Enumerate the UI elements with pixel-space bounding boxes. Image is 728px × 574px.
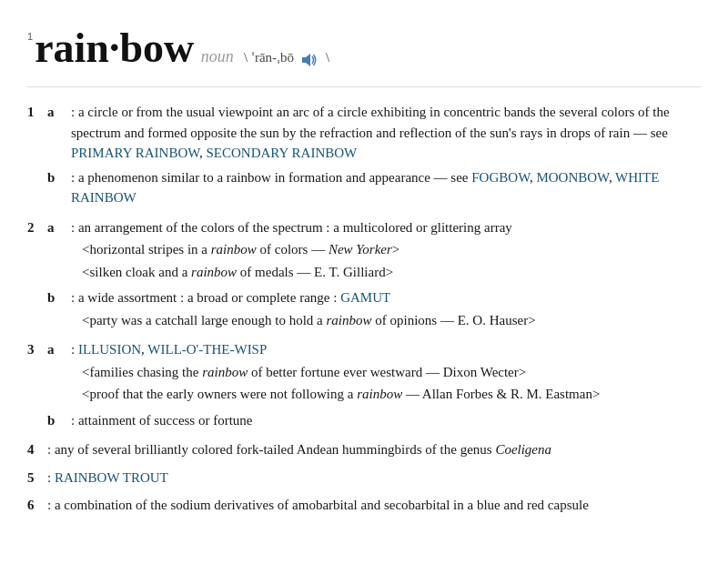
sense-1a-text: : a circle or from the usual viewpoint a…: [71, 102, 701, 164]
sense-1b-text: : a phenomenon similar to a rainbow in f…: [71, 167, 701, 208]
example-3a-1: <families chasing the rainbow of better …: [82, 362, 701, 383]
num-3: 3: [27, 339, 44, 360]
num-2: 2: [27, 217, 44, 238]
pronunciation-block: \ ˈrān-ˌbō \: [240, 50, 329, 65]
def-entry-4: 4 : any of several brilliantly colored f…: [27, 439, 701, 460]
sense-6-text: : a combination of the sodium derivative…: [47, 495, 701, 516]
xref-moonbow[interactable]: MOONBOW: [536, 170, 608, 185]
xref-illusion[interactable]: ILLUSION: [78, 342, 141, 357]
xref-secondary-rainbow[interactable]: SECONDARY RAINBOW: [207, 146, 358, 160]
xref-will-o-wisp[interactable]: WILL-O'-THE-WISP: [147, 342, 267, 357]
entry-number: 1: [27, 31, 33, 42]
num-5: 5: [27, 468, 44, 488]
example-2b-1: <party was a catchall large enough to ho…: [82, 310, 701, 331]
sense-2a-text: : an arrangement of the colors of the sp…: [71, 217, 701, 238]
letter-a-3: a: [47, 339, 67, 360]
headword: rain: [35, 25, 109, 71]
entry-1-sense-b: b : a phenomenon similar to a rainbow in…: [47, 167, 701, 208]
def-entry-5: 5 : RAINBOW TROUT: [27, 468, 701, 488]
pos-label: noun: [201, 47, 234, 65]
sense-3a-text: : ILLUSION, WILL-O'-THE-WISP: [71, 339, 701, 360]
entry-3-sense-a-row: 3 a : ILLUSION, WILL-O'-THE-WISP: [27, 339, 701, 360]
speaker-button[interactable]: [301, 48, 319, 69]
def-entry-3: 3 a : ILLUSION, WILL-O'-THE-WISP <famili…: [27, 339, 701, 430]
pron-close: \: [326, 50, 329, 65]
def-entry-2: 2 a : an arrangement of the colors of th…: [27, 217, 701, 331]
entry-2-sense-a-row: 2 a : an arrangement of the colors of th…: [27, 217, 701, 238]
entry-3-sense-b-row: b : attainment of success or fortune: [47, 410, 701, 431]
example-2a-2: <silken cloak and a rainbow of medals — …: [82, 262, 701, 283]
headword-part2: bow: [119, 25, 194, 71]
xref-primary-rainbow[interactable]: PRIMARY RAINBOW: [71, 146, 199, 160]
definitions-container: 1 a : a circle or from the usual viewpoi…: [27, 102, 701, 516]
speaker-icon: [301, 53, 319, 67]
svg-marker-0: [302, 54, 310, 66]
example-3a-2: <proof that the early owners were not fo…: [82, 384, 701, 405]
entry-1-sense-a: 1 a : a circle or from the usual viewpoi…: [27, 102, 701, 164]
letter-a-1: a: [47, 102, 67, 123]
example-2a-1: <horizontal stripes in a rainbow of colo…: [82, 239, 701, 260]
midpoint: ·: [109, 25, 120, 71]
letter-b-3: b: [47, 410, 67, 431]
sense-5-text: : RAINBOW TROUT: [47, 468, 701, 488]
def-entry-1: 1 a : a circle or from the usual viewpoi…: [27, 102, 701, 208]
num-4: 4: [27, 439, 44, 460]
entry-2-sense-b-row: b : a wide assortment : a broad or compl…: [47, 287, 701, 308]
xref-rainbow-trout[interactable]: RAINBOW TROUT: [55, 470, 168, 485]
xref-fogbow[interactable]: FOGBOW: [471, 170, 530, 185]
letter-b-1: b: [47, 167, 67, 188]
def-entry-6: 6 : a combination of the sodium derivati…: [27, 495, 701, 516]
num-6: 6: [27, 495, 44, 516]
num-1: 1: [27, 102, 44, 123]
pronunciation-text: ˈrān-ˌbō: [251, 50, 294, 65]
sense-3b-text: : attainment of success or fortune: [71, 410, 701, 431]
sense-4-text: : any of several brilliantly colored for…: [47, 439, 701, 460]
xref-gamut[interactable]: GAMUT: [340, 290, 390, 305]
letter-b-2: b: [47, 287, 67, 308]
entry-header: 1rain·bow noun \ ˈrān-ˌbō \: [27, 16, 701, 79]
letter-a-2: a: [47, 217, 67, 238]
pron-open: \: [244, 50, 248, 65]
sense-2b-text: : a wide assortment : a broad or complet…: [71, 287, 701, 308]
